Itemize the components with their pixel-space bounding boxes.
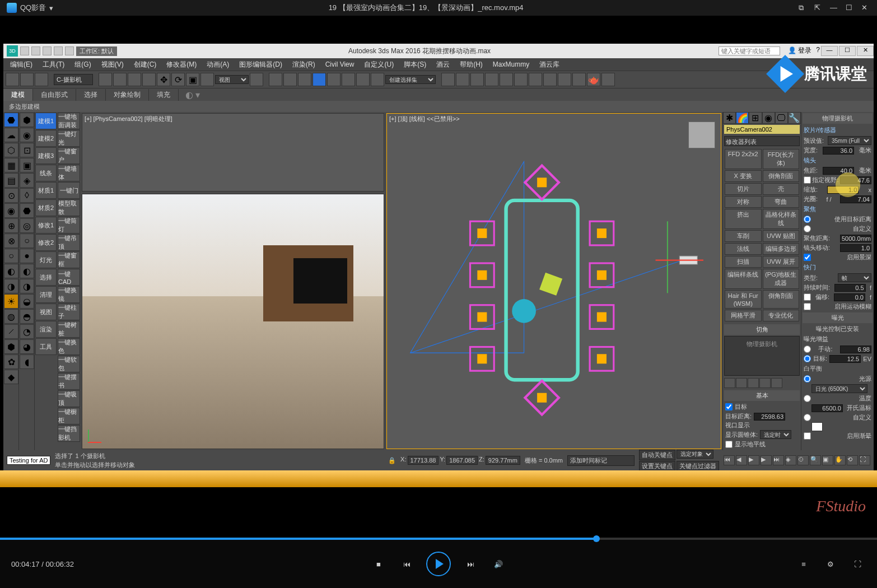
angle-rollout[interactable]: 切角 bbox=[724, 324, 800, 335]
minimize-icon[interactable]: — bbox=[830, 3, 839, 12]
max-maximize[interactable]: ☐ bbox=[839, 46, 856, 56]
fov-spinner[interactable]: 47.6 bbox=[840, 176, 871, 184]
lt2-icon[interactable]: ⊡ bbox=[20, 143, 34, 157]
cat-btn[interactable]: 修改2 bbox=[35, 234, 57, 251]
lt2-icon[interactable]: ◈ bbox=[20, 173, 34, 188]
dof-checkbox[interactable] bbox=[804, 254, 811, 261]
aperture-spinner[interactable]: 7.04 bbox=[840, 195, 871, 203]
lt2-icon[interactable]: ● bbox=[20, 249, 34, 263]
tb-scale[interactable]: ▣ bbox=[186, 73, 199, 86]
mod-btn[interactable]: 编辑样条线 bbox=[725, 269, 762, 289]
lt1-icon[interactable]: ⊗ bbox=[4, 234, 18, 248]
qat-redo-icon[interactable] bbox=[65, 46, 74, 55]
tb-render-frame[interactable] bbox=[572, 73, 586, 86]
help-search-input[interactable] bbox=[719, 46, 780, 55]
tool-btn[interactable]: 一键地面调装 bbox=[58, 113, 80, 129]
pin-icon[interactable]: ⇱ bbox=[814, 3, 823, 12]
cmd-tab-create[interactable]: ✱ bbox=[723, 112, 736, 124]
video-progress-bar[interactable] bbox=[0, 538, 877, 540]
fov-checkbox[interactable] bbox=[804, 176, 811, 184]
tb-snappercent[interactable] bbox=[342, 73, 355, 86]
cat-btn[interactable]: 清理 bbox=[35, 286, 57, 303]
viewport-top[interactable]: [+] [顶] [线框] <<已禁用>> bbox=[386, 113, 721, 449]
qat-open-icon[interactable] bbox=[31, 46, 40, 55]
lt1-icon[interactable]: ⟋ bbox=[4, 324, 18, 339]
mod-btn[interactable]: UVW 展开 bbox=[763, 256, 800, 268]
stack-remove-icon[interactable] bbox=[759, 378, 771, 388]
target-checkbox[interactable] bbox=[725, 403, 733, 410]
lt1-icon[interactable]: ▤ bbox=[4, 173, 18, 188]
lt2-icon[interactable]: ◐ bbox=[20, 264, 34, 278]
lt1-icon[interactable]: ⬣ bbox=[4, 113, 18, 127]
tb-edit-named[interactable] bbox=[371, 73, 384, 86]
mod-btn[interactable]: 对称 bbox=[725, 196, 762, 208]
tb-selregion[interactable] bbox=[128, 73, 141, 86]
lt2-icon[interactable]: ◓ bbox=[20, 309, 34, 324]
close-icon[interactable]: ✕ bbox=[861, 3, 870, 12]
cat-btn[interactable]: 线条 bbox=[35, 165, 57, 181]
ribbon-tab-freeform[interactable]: 自由形式 bbox=[33, 89, 76, 101]
viewport-camera[interactable]: [+] [PhysCamera002] [明暗处理] bbox=[82, 113, 384, 192]
lt1-icon[interactable]: ⬡ bbox=[4, 143, 18, 157]
tb-select[interactable] bbox=[99, 73, 112, 86]
mod-btn[interactable]: 切片 bbox=[725, 183, 762, 195]
lt2-icon[interactable]: ◖ bbox=[20, 354, 34, 369]
cat-btn[interactable]: 视图 bbox=[35, 304, 57, 320]
tb-snap2d[interactable] bbox=[312, 73, 326, 86]
basic-rollout-hdr[interactable]: 基本 bbox=[724, 390, 800, 401]
cmd-tab-hierarchy[interactable]: ⊞ bbox=[749, 112, 762, 124]
moblur-checkbox[interactable] bbox=[804, 303, 811, 310]
refcoord-dropdown[interactable]: 视图 bbox=[215, 75, 249, 84]
tool-btn[interactable]: 一键摆书 bbox=[58, 373, 80, 390]
cat-btn[interactable]: 选择 bbox=[35, 269, 57, 286]
mod-btn[interactable]: X 变换 bbox=[725, 170, 762, 182]
menu-customize[interactable]: 自定义(U) bbox=[360, 59, 398, 71]
menu-group[interactable]: 组(G) bbox=[70, 59, 95, 71]
offset-spinner[interactable]: 0.0 bbox=[834, 293, 865, 301]
tb-placement[interactable] bbox=[200, 73, 214, 86]
lt1-icon[interactable]: ◍ bbox=[4, 309, 18, 324]
menu-jiuyun[interactable]: 酒云 bbox=[432, 59, 454, 71]
lt2-icon[interactable]: ◒ bbox=[20, 294, 34, 309]
daylight-dropdown[interactable]: 日光 (6500K) bbox=[811, 384, 867, 393]
lt1-icon[interactable]: ◑ bbox=[4, 279, 18, 293]
vp-orbit-icon[interactable]: ⟲ bbox=[847, 455, 858, 465]
manual-spinner[interactable]: 6.98 bbox=[840, 346, 871, 353]
next-button[interactable]: ⏭ bbox=[462, 556, 479, 572]
cat-btn[interactable]: 修改1 bbox=[35, 217, 57, 234]
stack-show-icon[interactable] bbox=[736, 378, 747, 388]
lt2-icon[interactable]: ◊ bbox=[20, 188, 34, 203]
tb-curve-ed[interactable] bbox=[500, 73, 513, 86]
offset-checkbox[interactable] bbox=[804, 293, 811, 301]
ribbon-tab-modeling[interactable]: 建模 bbox=[3, 89, 33, 101]
kelvin-spinner[interactable]: 6500.0 bbox=[811, 404, 843, 412]
tb-selname[interactable] bbox=[113, 73, 127, 86]
mod-btn[interactable]: 编辑多边形 bbox=[763, 243, 800, 255]
tb-unlink[interactable] bbox=[20, 73, 34, 86]
tb-render-prod[interactable] bbox=[601, 73, 615, 86]
qat-undo-icon[interactable] bbox=[54, 46, 63, 55]
modifier-list-dropdown[interactable]: 修改器列表 bbox=[724, 136, 800, 146]
tb-explorer[interactable] bbox=[485, 73, 498, 86]
physcam-hdr[interactable]: 物理摄影机 bbox=[803, 113, 873, 124]
cat-btn[interactable]: 材质1 bbox=[35, 182, 57, 199]
mod-btn[interactable]: UVW 贴图 bbox=[763, 230, 800, 242]
lt1-icon[interactable]: ◐ bbox=[4, 264, 18, 278]
tb-pivot[interactable] bbox=[250, 73, 263, 86]
setkey-button[interactable]: 设置关键点 bbox=[639, 461, 675, 472]
zoom-spinner[interactable]: 1.0 bbox=[827, 186, 859, 194]
lt1-icon[interactable]: ⊙ bbox=[4, 188, 18, 203]
mod-btn[interactable]: 法线 bbox=[725, 243, 762, 255]
mod-btn[interactable]: 倒角剖面 bbox=[763, 170, 800, 182]
chevron-down-icon[interactable]: ▾ bbox=[49, 4, 53, 12]
menu-tools[interactable]: 工具(T) bbox=[38, 59, 69, 71]
lt2-icon[interactable]: ⬣ bbox=[20, 203, 34, 218]
lt1-icon[interactable]: ⊕ bbox=[4, 218, 18, 233]
target-ev-radio[interactable] bbox=[804, 355, 811, 362]
tb-move[interactable]: ✥ bbox=[157, 73, 170, 86]
lt1-icon[interactable]: ☁ bbox=[4, 128, 18, 142]
cmd-tab-modify[interactable]: 🌈 bbox=[736, 112, 749, 124]
maximize-icon[interactable]: ☐ bbox=[846, 3, 855, 12]
menu-grapheditors[interactable]: 图形编辑器(D) bbox=[235, 59, 287, 71]
workspace-dropdown[interactable]: 工作区: 默认 bbox=[76, 46, 117, 56]
